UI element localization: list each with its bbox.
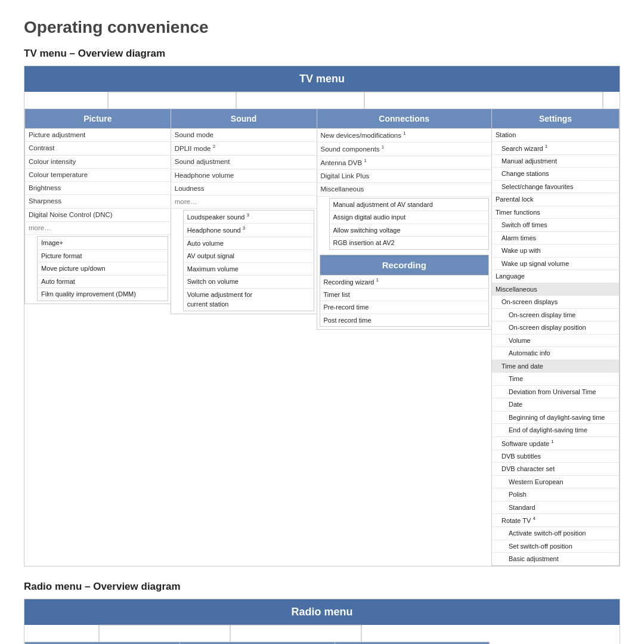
- misc-item: Assign digital audio input: [330, 211, 489, 224]
- settings-header: Settings: [492, 109, 619, 129]
- sound-sub-item: AV output signal: [184, 250, 314, 263]
- settings-item: Rotate TV 4: [492, 514, 619, 527]
- settings-item: Activate switch-off position: [492, 527, 619, 540]
- recording-item: Pre-record time: [320, 301, 489, 314]
- misc-item: Allow switching voltage: [330, 224, 489, 237]
- settings-item: On-screen display time: [492, 309, 619, 322]
- settings-item: Volume: [492, 335, 619, 348]
- picture-item: Contrast: [25, 142, 171, 155]
- sound-sub-item: Switch on volume: [184, 275, 314, 289]
- sound-item: Headphone volume: [171, 169, 317, 182]
- settings-item: DVB character set: [492, 463, 619, 476]
- picture-sub-item: Image+: [38, 237, 168, 250]
- picture-header: Picture: [25, 109, 171, 129]
- sound-items-tv: Sound mode DPLII mode 2 Sound adjustment…: [171, 129, 317, 311]
- sound-column-tv: Sound Sound mode DPLII mode 2 Sound adju…: [171, 109, 317, 314]
- settings-item: On-screen display position: [492, 321, 619, 335]
- settings-item: Wake up signal volume: [492, 258, 619, 271]
- radio-section-title: Radio menu – Overview diagram: [24, 581, 620, 593]
- radio-columns: Sound Sound mode DPLII mode 2 Sound adju…: [24, 642, 620, 644]
- settings-item: Station: [492, 129, 619, 142]
- tv-connector-lines: [24, 92, 620, 109]
- connections-item: Antenna DVB 1: [317, 156, 492, 170]
- tv-diagram: TV menu Picture Picture adjustment Contr…: [24, 66, 620, 566]
- settings-item: Basic adjustment: [492, 553, 619, 565]
- settings-item: Switch off times: [492, 219, 619, 232]
- recording-header: Recording: [320, 255, 490, 275]
- misc-item: RGB insertion at AV2: [330, 237, 489, 249]
- picture-item: Colour temperature: [25, 169, 171, 182]
- picture-sub-item: Move picture up/down: [38, 262, 168, 275]
- picture-items: Picture adjustment Contrast Colour inten…: [25, 129, 171, 301]
- settings-item: Set switch-off position: [492, 540, 619, 553]
- recording-section: Recording Recording wizard 1 Timer list …: [320, 255, 490, 327]
- settings-item: DVB subtitles: [492, 450, 619, 463]
- picture-item: Colour intensity: [25, 156, 171, 169]
- tv-section-title: TV menu – Overview diagram: [24, 48, 620, 60]
- settings-item: Alarm times: [492, 232, 619, 245]
- settings-items: Station Search wizard 1 Manual adjustmen…: [492, 129, 619, 565]
- settings-item: Automatic info: [492, 347, 619, 360]
- sound-sub-box-tv: Loudspeaker sound 3 Headphone sound 3 Au…: [183, 210, 314, 311]
- settings-item: Wake up with: [492, 244, 619, 258]
- connections-miscellaneous: Miscellaneous: [317, 183, 492, 196]
- miscellaneous-sub-box: Manual adjustment of AV standard Assign …: [329, 198, 490, 250]
- settings-item: Timer functions: [492, 206, 619, 219]
- tv-main-columns: Picture Picture adjustment Contrast Colo…: [24, 109, 620, 566]
- settings-item: Western European: [492, 476, 619, 489]
- settings-item: Search wizard 1: [492, 142, 619, 155]
- sound-sub-item: Headphone sound 3: [184, 224, 314, 237]
- picture-more: more…: [25, 222, 171, 235]
- settings-item: Deviation from Universal Time: [492, 386, 619, 399]
- station-column-radio: Station Search wizard 1 Manual adjustmen…: [179, 642, 335, 644]
- sound-item: Sound adjustment: [171, 156, 317, 169]
- picture-sub-item: Auto format: [38, 275, 168, 289]
- picture-sub-item: Film quality improvement (DMM): [38, 288, 168, 301]
- settings-item: Time and date: [492, 360, 619, 373]
- sound-sub-item: Loudspeaker sound 3: [184, 210, 314, 224]
- connections-items: New devices/modifications 1 Sound compon…: [317, 129, 492, 252]
- settings-item: Language: [492, 270, 619, 283]
- settings-item: Parental lock: [492, 193, 619, 206]
- sound-more: more…: [171, 196, 317, 209]
- radio-connector-svg: [24, 625, 620, 642]
- settings-item: On-screen displays: [492, 296, 619, 309]
- sound-sub-item: Maximum volume: [184, 263, 314, 276]
- connections-item: Digital Link Plus: [317, 170, 492, 183]
- settings-item: Miscellaneous: [492, 283, 619, 296]
- recording-items: Recording wizard 1 Timer list Pre-record…: [320, 275, 490, 327]
- picture-item: Digital Noise Control (DNC): [25, 209, 171, 222]
- picture-item: Sharpness: [25, 195, 171, 208]
- sound-sub-item: Auto volume: [184, 237, 314, 250]
- connections-item: New devices/modifications 1: [317, 129, 492, 143]
- recording-item: Timer list: [320, 289, 489, 302]
- page-title: Operating convenience: [24, 18, 620, 37]
- settings-item: Select/change favourites: [492, 181, 619, 194]
- recording-item: Recording wizard 1: [320, 275, 489, 289]
- picture-item: Brightness: [25, 182, 171, 195]
- sound-sub-item: Volume adjustment forcurrent station: [184, 289, 314, 311]
- connections-area: Connections New devices/modifications 1 …: [317, 109, 492, 330]
- connections-header: Connections: [317, 109, 492, 129]
- settings-item: Standard: [492, 501, 619, 515]
- radio-connector-lines: [24, 625, 620, 642]
- timer-column-radio: Timer functions Switch off times Alarm t…: [335, 642, 490, 644]
- settings-item: End of daylight-saving time: [492, 424, 619, 437]
- picture-sub-box: Image+ Picture format Move picture up/do…: [37, 236, 168, 301]
- tv-connector-svg: [24, 92, 620, 109]
- radio-menu-header: Radio menu: [24, 599, 620, 625]
- settings-item: Polish: [492, 488, 619, 501]
- sound-header-tv: Sound: [171, 109, 317, 129]
- sound-item: DPLII mode 2: [171, 142, 317, 156]
- picture-item: Picture adjustment: [25, 129, 171, 142]
- radio-diagram: Radio menu Sound Sound mode DPLII mode 2…: [24, 599, 620, 644]
- tv-menu-header: TV menu: [24, 66, 620, 92]
- picture-column: Picture Picture adjustment Contrast Colo…: [24, 109, 171, 304]
- sound-column-radio: Sound Sound mode DPLII mode 2 Sound adju…: [24, 642, 179, 644]
- settings-item: Change stations: [492, 168, 619, 181]
- connections-item: Sound components 1: [317, 143, 492, 156]
- picture-sub-item: Picture format: [38, 250, 168, 263]
- settings-item: Software update 1: [492, 437, 619, 450]
- recording-item: Post record time: [320, 314, 489, 327]
- settings-item: Manual adjustment: [492, 155, 619, 168]
